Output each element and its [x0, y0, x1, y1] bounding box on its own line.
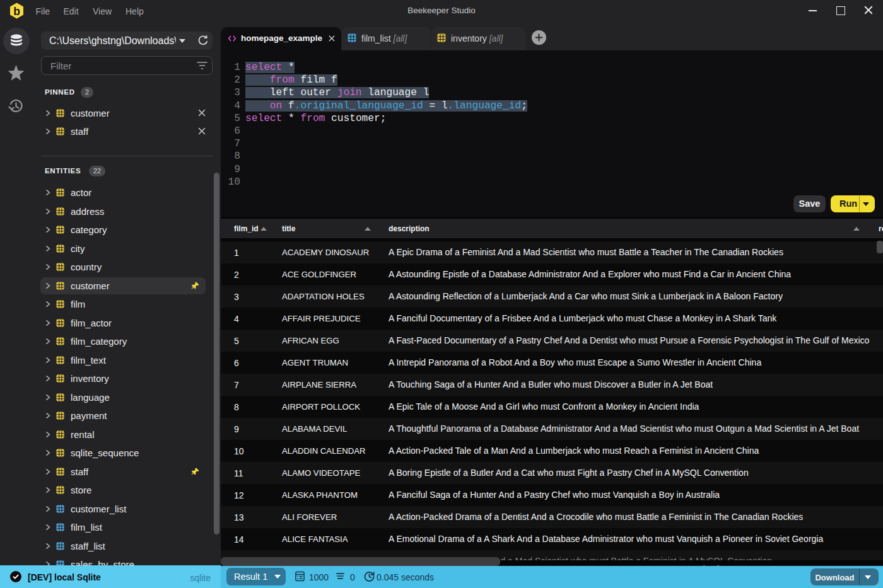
svg-text:b: b: [13, 5, 20, 18]
